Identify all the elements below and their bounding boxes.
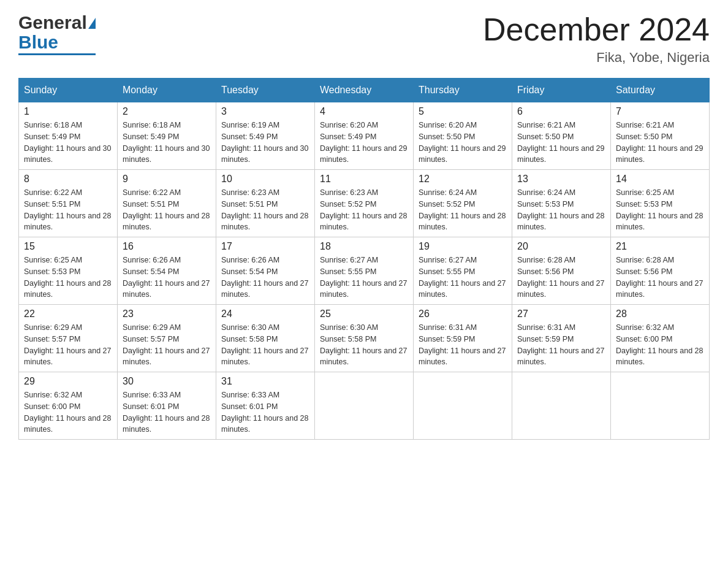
calendar-week-row: 1 Sunrise: 6:18 AM Sunset: 5:49 PM Dayli… (19, 102, 710, 170)
calendar-cell: 20 Sunrise: 6:28 AM Sunset: 5:56 PM Dayl… (512, 237, 611, 305)
day-number: 24 (221, 308, 309, 320)
location-subtitle: Fika, Yobe, Nigeria (483, 50, 710, 66)
calendar-cell: 21 Sunrise: 6:28 AM Sunset: 5:56 PM Dayl… (611, 237, 710, 305)
day-number: 4 (320, 106, 408, 117)
logo-blue: Blue (18, 32, 58, 53)
day-number: 1 (24, 106, 112, 117)
day-number: 13 (517, 174, 605, 185)
calendar-week-row: 8 Sunrise: 6:22 AM Sunset: 5:51 PM Dayli… (19, 170, 710, 237)
column-header-thursday: Thursday (414, 79, 512, 102)
day-number: 8 (24, 174, 112, 185)
calendar-cell: 5 Sunrise: 6:20 AM Sunset: 5:50 PM Dayli… (414, 102, 512, 170)
calendar-cell: 18 Sunrise: 6:27 AM Sunset: 5:55 PM Dayl… (315, 237, 414, 305)
day-info: Sunrise: 6:25 AM Sunset: 5:53 PM Dayligh… (24, 255, 112, 301)
day-info: Sunrise: 6:20 AM Sunset: 5:50 PM Dayligh… (419, 120, 507, 166)
column-header-wednesday: Wednesday (315, 79, 414, 102)
logo-arrow-icon (88, 18, 96, 29)
calendar-cell: 11 Sunrise: 6:23 AM Sunset: 5:52 PM Dayl… (315, 170, 414, 237)
month-title: December 2024 (483, 12, 710, 47)
calendar-header-row: SundayMondayTuesdayWednesdayThursdayFrid… (19, 79, 710, 102)
calendar-cell (315, 372, 414, 440)
day-number: 20 (517, 241, 605, 252)
calendar-cell: 25 Sunrise: 6:30 AM Sunset: 5:58 PM Dayl… (315, 305, 414, 372)
day-info: Sunrise: 6:25 AM Sunset: 5:53 PM Dayligh… (616, 187, 704, 233)
calendar-cell: 1 Sunrise: 6:18 AM Sunset: 5:49 PM Dayli… (19, 102, 118, 170)
day-number: 2 (123, 106, 211, 117)
day-number: 28 (616, 308, 704, 320)
day-info: Sunrise: 6:20 AM Sunset: 5:49 PM Dayligh… (320, 120, 408, 166)
day-info: Sunrise: 6:22 AM Sunset: 5:51 PM Dayligh… (123, 187, 211, 233)
calendar-cell: 15 Sunrise: 6:25 AM Sunset: 5:53 PM Dayl… (19, 237, 118, 305)
day-info: Sunrise: 6:31 AM Sunset: 5:59 PM Dayligh… (517, 322, 605, 368)
day-info: Sunrise: 6:32 AM Sunset: 6:00 PM Dayligh… (24, 389, 112, 435)
day-number: 22 (24, 308, 112, 320)
day-info: Sunrise: 6:29 AM Sunset: 5:57 PM Dayligh… (123, 322, 211, 368)
day-info: Sunrise: 6:24 AM Sunset: 5:52 PM Dayligh… (419, 187, 507, 233)
column-header-monday: Monday (118, 79, 216, 102)
calendar-cell: 23 Sunrise: 6:29 AM Sunset: 5:57 PM Dayl… (118, 305, 216, 372)
column-header-saturday: Saturday (611, 79, 710, 102)
day-number: 29 (24, 376, 112, 387)
calendar-cell: 8 Sunrise: 6:22 AM Sunset: 5:51 PM Dayli… (19, 170, 118, 237)
logo-general: General (18, 12, 87, 33)
day-number: 17 (221, 241, 309, 252)
day-info: Sunrise: 6:23 AM Sunset: 5:52 PM Dayligh… (320, 187, 408, 233)
calendar-cell: 29 Sunrise: 6:32 AM Sunset: 6:00 PM Dayl… (19, 372, 118, 440)
calendar-cell (512, 372, 611, 440)
day-number: 30 (123, 376, 211, 387)
calendar-cell: 6 Sunrise: 6:21 AM Sunset: 5:50 PM Dayli… (512, 102, 611, 170)
day-info: Sunrise: 6:23 AM Sunset: 5:51 PM Dayligh… (221, 187, 309, 233)
calendar-cell: 30 Sunrise: 6:33 AM Sunset: 6:01 PM Dayl… (118, 372, 216, 440)
calendar-cell: 16 Sunrise: 6:26 AM Sunset: 5:54 PM Dayl… (118, 237, 216, 305)
day-number: 16 (123, 241, 211, 252)
column-header-friday: Friday (512, 79, 611, 102)
day-info: Sunrise: 6:30 AM Sunset: 5:58 PM Dayligh… (221, 322, 309, 368)
day-info: Sunrise: 6:27 AM Sunset: 5:55 PM Dayligh… (320, 255, 408, 301)
day-info: Sunrise: 6:27 AM Sunset: 5:55 PM Dayligh… (419, 255, 507, 301)
day-number: 15 (24, 241, 112, 252)
day-number: 31 (221, 376, 309, 387)
day-number: 21 (616, 241, 704, 252)
day-info: Sunrise: 6:32 AM Sunset: 6:00 PM Dayligh… (616, 322, 704, 368)
calendar-week-row: 22 Sunrise: 6:29 AM Sunset: 5:57 PM Dayl… (19, 305, 710, 372)
day-info: Sunrise: 6:26 AM Sunset: 5:54 PM Dayligh… (123, 255, 211, 301)
logo: General Blue (18, 12, 96, 55)
day-info: Sunrise: 6:19 AM Sunset: 5:49 PM Dayligh… (221, 120, 309, 166)
day-info: Sunrise: 6:21 AM Sunset: 5:50 PM Dayligh… (517, 120, 605, 166)
calendar-cell: 13 Sunrise: 6:24 AM Sunset: 5:53 PM Dayl… (512, 170, 611, 237)
day-number: 9 (123, 174, 211, 185)
column-header-tuesday: Tuesday (216, 79, 315, 102)
calendar-table: SundayMondayTuesdayWednesdayThursdayFrid… (18, 78, 710, 440)
calendar-cell: 12 Sunrise: 6:24 AM Sunset: 5:52 PM Dayl… (414, 170, 512, 237)
calendar-cell: 4 Sunrise: 6:20 AM Sunset: 5:49 PM Dayli… (315, 102, 414, 170)
day-number: 23 (123, 308, 211, 320)
calendar-cell: 26 Sunrise: 6:31 AM Sunset: 5:59 PM Dayl… (414, 305, 512, 372)
day-number: 6 (517, 106, 605, 117)
day-number: 12 (419, 174, 507, 185)
calendar-cell: 9 Sunrise: 6:22 AM Sunset: 5:51 PM Dayli… (118, 170, 216, 237)
day-number: 11 (320, 174, 408, 185)
column-header-sunday: Sunday (19, 79, 118, 102)
day-info: Sunrise: 6:21 AM Sunset: 5:50 PM Dayligh… (616, 120, 704, 166)
day-info: Sunrise: 6:24 AM Sunset: 5:53 PM Dayligh… (517, 187, 605, 233)
day-number: 5 (419, 106, 507, 117)
day-number: 7 (616, 106, 704, 117)
calendar-cell (611, 372, 710, 440)
day-number: 3 (221, 106, 309, 117)
day-number: 10 (221, 174, 309, 185)
calendar-cell: 17 Sunrise: 6:26 AM Sunset: 5:54 PM Dayl… (216, 237, 315, 305)
day-number: 14 (616, 174, 704, 185)
calendar-cell: 24 Sunrise: 6:30 AM Sunset: 5:58 PM Dayl… (216, 305, 315, 372)
day-number: 27 (517, 308, 605, 320)
calendar-cell: 28 Sunrise: 6:32 AM Sunset: 6:00 PM Dayl… (611, 305, 710, 372)
logo-underline (18, 53, 96, 55)
day-number: 26 (419, 308, 507, 320)
day-info: Sunrise: 6:28 AM Sunset: 5:56 PM Dayligh… (517, 255, 605, 301)
calendar-cell: 10 Sunrise: 6:23 AM Sunset: 5:51 PM Dayl… (216, 170, 315, 237)
calendar-cell: 14 Sunrise: 6:25 AM Sunset: 5:53 PM Dayl… (611, 170, 710, 237)
day-info: Sunrise: 6:31 AM Sunset: 5:59 PM Dayligh… (419, 322, 507, 368)
day-info: Sunrise: 6:30 AM Sunset: 5:58 PM Dayligh… (320, 322, 408, 368)
calendar-cell: 31 Sunrise: 6:33 AM Sunset: 6:01 PM Dayl… (216, 372, 315, 440)
day-number: 19 (419, 241, 507, 252)
day-number: 25 (320, 308, 408, 320)
